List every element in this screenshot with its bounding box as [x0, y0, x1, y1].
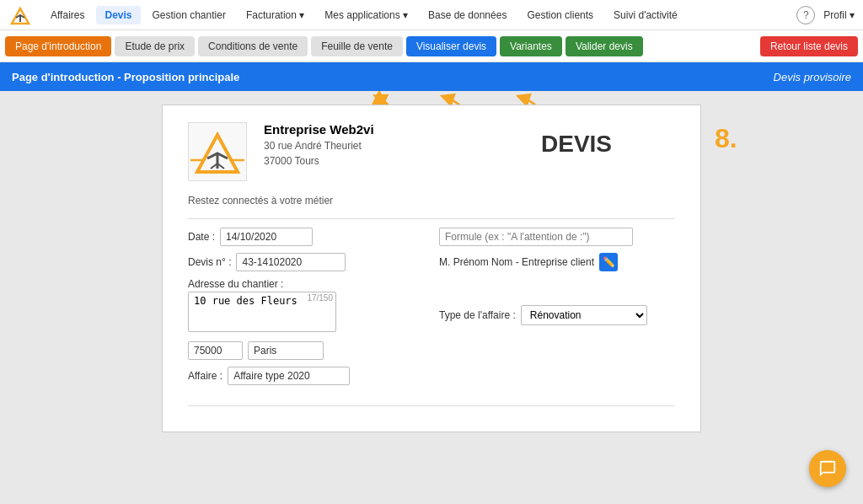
annotation-8: 8. [715, 123, 737, 154]
company-address1: 30 rue André Theuriet [264, 138, 461, 153]
affaire-input[interactable] [228, 367, 350, 385]
tab-visualiser-devis[interactable]: Visualiser devis [406, 36, 496, 56]
card-divider [188, 218, 675, 219]
nav-items: Affaires Devis Gestion chantier Facturat… [42, 6, 796, 24]
devis-row: Devis n° : [188, 253, 422, 271]
nav-facturation[interactable]: Facturation ▾ [238, 6, 313, 24]
page-header-title: Page d'introduction - Proposition princi… [12, 71, 239, 83]
tab-etude-prix[interactable]: Etude de prix [115, 36, 195, 56]
type-select[interactable]: Rénovation Construction Autre [521, 305, 647, 325]
company-info: Entreprise Web2vi 30 rue André Theuriet … [264, 122, 461, 169]
topnav: Affaires Devis Gestion chantier Facturat… [0, 0, 863, 30]
devis-input[interactable] [236, 253, 346, 271]
topnav-right: ? Profil ▾ [796, 6, 855, 24]
tab-conditions-vente[interactable]: Conditions de vente [198, 36, 308, 56]
type-label: Type de l'affaire : [439, 309, 516, 321]
postal-input[interactable] [188, 341, 243, 360]
client-name: M. Prénom Nom - Entreprise client [439, 256, 594, 268]
edit-client-button[interactable]: ✏️ [599, 253, 618, 271]
tab-valider-devis[interactable]: Valider devis [566, 36, 643, 56]
tab-feuille-vente[interactable]: Feuille de vente [311, 36, 403, 56]
form-left: Date : Devis n° : Adresse du chantier : … [188, 228, 422, 392]
tab-bar: Page d'introduction Etude de prix Condit… [0, 30, 863, 62]
type-row: Type de l'affaire : Rénovation Construct… [439, 305, 675, 325]
tab-page-intro[interactable]: Page d'introduction [5, 36, 111, 56]
nav-devis[interactable]: Devis [96, 6, 140, 24]
tab-variantes[interactable]: Variantes [500, 36, 562, 56]
quote-card: Entreprise Web2vi 30 rue André Theuriet … [162, 105, 701, 432]
devis-label: Devis n° : [188, 256, 231, 268]
form-right: M. Prénom Nom - Entreprise client ✏️ Typ… [439, 228, 675, 392]
company-address2: 37000 Tours [264, 153, 461, 169]
nav-gestion-clients[interactable]: Gestion clients [518, 6, 602, 24]
nav-affaires[interactable]: Affaires [42, 6, 93, 24]
nav-suivi-activite[interactable]: Suivi d'activité [605, 6, 686, 24]
postal-row [188, 341, 422, 360]
date-row: Date : [188, 228, 422, 246]
nav-base-donnees[interactable]: Base de données [420, 6, 515, 24]
formula-row [439, 228, 675, 246]
page-status-badge: Devis provisoire [774, 71, 851, 83]
card-subtitle: Restez connectés à votre métier [188, 195, 675, 206]
address-label: Adresse du chantier : [188, 278, 283, 290]
city-input[interactable] [248, 341, 324, 360]
page-header: Page d'introduction - Proposition princi… [0, 62, 863, 91]
tab-retour-liste[interactable]: Retour liste devis [760, 36, 858, 56]
help-button[interactable]: ? [796, 6, 815, 24]
client-row: M. Prénom Nom - Entreprise client ✏️ [439, 253, 675, 271]
nav-mes-applications[interactable]: Mes applications ▾ [316, 6, 416, 24]
address-row: Adresse du chantier : 10 rue des Fleurs … [188, 278, 422, 335]
chat-button[interactable] [809, 450, 846, 487]
address-count: 17/150 [307, 293, 333, 303]
date-input[interactable] [220, 228, 313, 246]
date-label: Date : [188, 231, 215, 243]
card-divider-bottom [188, 405, 675, 406]
company-header: Entreprise Web2vi 30 rue André Theuriet … [188, 122, 675, 181]
main-content: 5. 6. 7. 8. [0, 91, 863, 504]
card-form: Date : Devis n° : Adresse du chantier : … [188, 228, 675, 392]
app-logo[interactable] [8, 3, 32, 27]
affaire-label: Affaire : [188, 370, 222, 382]
company-name: Entreprise Web2vi [264, 122, 461, 137]
nav-gestion-chantier[interactable]: Gestion chantier [144, 6, 234, 24]
profil-menu[interactable]: Profil ▾ [823, 9, 855, 21]
formula-input[interactable] [439, 228, 633, 246]
company-logo [188, 122, 247, 181]
address-wrapper: 10 rue des Fleurs 17/150 [188, 292, 336, 335]
affaire-row: Affaire : [188, 367, 422, 385]
devis-title: DEVIS [478, 122, 675, 158]
